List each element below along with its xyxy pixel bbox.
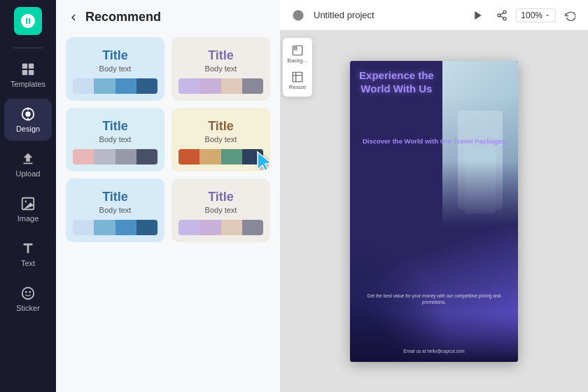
poster-building-shape [458, 111, 503, 210]
undo-button[interactable] [560, 6, 580, 25]
sidebar-item-upload[interactable]: Upload [4, 144, 52, 186]
theme-card-2-content: Title Body text [173, 38, 269, 78]
theme-2-body: Body text [205, 64, 237, 73]
poster-title-area: Experience the World With Us [356, 69, 438, 96]
svg-marker-14 [475, 11, 482, 20]
panel-header: Recommend [56, 0, 280, 31]
sidebar-item-templates[interactable]: Templates [4, 54, 52, 96]
svg-rect-1 [29, 64, 34, 69]
theme-card-6-content: Title Body text [173, 180, 269, 220]
svg-point-15 [503, 10, 506, 13]
canvas-panel: Untitled project 100% Backg... [280, 0, 588, 392]
svg-point-16 [498, 14, 500, 17]
theme-4-body: Body text [205, 135, 237, 144]
themes-grid: Title Body text Title Body text [56, 31, 280, 256]
svg-point-17 [503, 17, 506, 20]
theme-6-palette [178, 220, 263, 235]
zoom-value: 100% [521, 10, 542, 20]
panel-title: Recommend [85, 10, 161, 24]
sidebar-item-image-label: Image [18, 214, 39, 223]
sidebar-item-sticker[interactable]: Sticker [4, 278, 52, 320]
theme-1-body: Body text [99, 64, 132, 73]
svg-point-5 [25, 111, 30, 116]
theme-5-title: Title [102, 190, 128, 204]
theme-card-3[interactable]: Title Body text [66, 108, 164, 172]
play-button[interactable] [468, 6, 488, 25]
canvas-area: Backg... Resize Experience [280, 31, 588, 392]
svg-rect-0 [22, 64, 27, 69]
theme-3-body: Body text [99, 135, 132, 144]
poster-subtitle: Discover the World with Our Travel Packa… [354, 136, 514, 146]
theme-2-palette [178, 78, 263, 94]
side-toolbar: Backg... Resize [283, 38, 312, 97]
poster-subtitle-area: Discover the World with Our Travel Packa… [354, 136, 514, 146]
topbar-actions: 100% [468, 6, 580, 25]
theme-card-5-content: Title Body text [67, 180, 163, 220]
svg-rect-22 [293, 72, 302, 82]
background-tool[interactable]: Backg... [286, 42, 310, 66]
svg-point-9 [24, 200, 27, 202]
poster-bottom-wave [350, 313, 518, 362]
svg-line-18 [500, 16, 504, 18]
sidebar-item-templates-label: Templates [10, 80, 46, 88]
theme-4-palette [178, 149, 263, 164]
theme-2-title: Title [208, 48, 234, 63]
theme-1-palette [73, 78, 158, 94]
theme-card-1[interactable]: Title Body text [66, 37, 164, 101]
theme-card-2[interactable]: Title Body text [172, 37, 270, 101]
share-button[interactable] [492, 6, 512, 25]
sidebar-item-text[interactable]: Text [4, 233, 52, 275]
canvas-poster[interactable]: Experience the World With Us Discover th… [350, 61, 518, 362]
theme-card-5[interactable]: Title Body text [66, 178, 164, 242]
theme-5-body: Body text [99, 206, 132, 214]
poster-mid-area: Get the best value for your money with o… [356, 293, 512, 307]
svg-rect-3 [29, 70, 34, 75]
theme-5-palette [73, 220, 158, 235]
topbar-app-icon [288, 6, 308, 25]
theme-4-title: Title [208, 119, 234, 134]
app-logo [14, 7, 42, 35]
poster-image-overlay [442, 94, 518, 226]
sidebar: Templates Design Upload Image Text [0, 0, 56, 392]
sidebar-item-text-label: Text [21, 259, 35, 267]
sidebar-item-design[interactable]: Design [4, 99, 52, 141]
back-button[interactable] [67, 11, 80, 24]
sidebar-item-image[interactable]: Image [4, 188, 52, 230]
sidebar-divider-top [14, 48, 42, 48]
zoom-control[interactable]: 100% [516, 8, 556, 22]
canvas-topbar: Untitled project 100% [280, 0, 588, 31]
theme-6-title: Title [208, 190, 234, 204]
sidebar-item-sticker-label: Sticker [16, 304, 40, 312]
sidebar-item-upload-label: Upload [16, 169, 41, 178]
poster-email: Email us at hello@capcut.com [354, 349, 514, 354]
svg-point-10 [22, 288, 34, 300]
theme-card-4-content: Title Body text [173, 109, 269, 149]
theme-3-palette [73, 149, 158, 164]
svg-line-19 [500, 13, 504, 15]
poster-mid-text: Get the best value for your money with o… [356, 293, 512, 307]
resize-tool[interactable]: Resize [287, 69, 308, 92]
svg-point-12 [29, 291, 31, 293]
recommend-panel: Recommend Title Body text Title Body tex… [56, 0, 280, 392]
poster-main-title: Experience the World With Us [356, 69, 438, 96]
theme-1-title: Title [102, 48, 128, 63]
svg-rect-21 [293, 46, 298, 50]
sidebar-item-design-label: Design [16, 125, 40, 133]
poster-bottom-area: Email us at hello@capcut.com [354, 349, 514, 354]
theme-6-body: Body text [205, 206, 237, 214]
project-title: Untitled project [314, 10, 463, 20]
poster-building-shape2 [465, 147, 495, 214]
theme-card-1-content: Title Body text [67, 38, 163, 78]
theme-card-3-content: Title Body text [67, 109, 163, 149]
theme-card-6[interactable]: Title Body text [172, 178, 270, 242]
svg-marker-13 [258, 152, 270, 172]
background-tool-label: Backg... [288, 57, 308, 64]
theme-card-4[interactable]: Title Body text [172, 108, 270, 172]
theme-3-title: Title [102, 119, 128, 134]
svg-point-11 [25, 291, 27, 293]
svg-rect-2 [22, 70, 27, 75]
resize-tool-label: Resize [289, 84, 306, 90]
